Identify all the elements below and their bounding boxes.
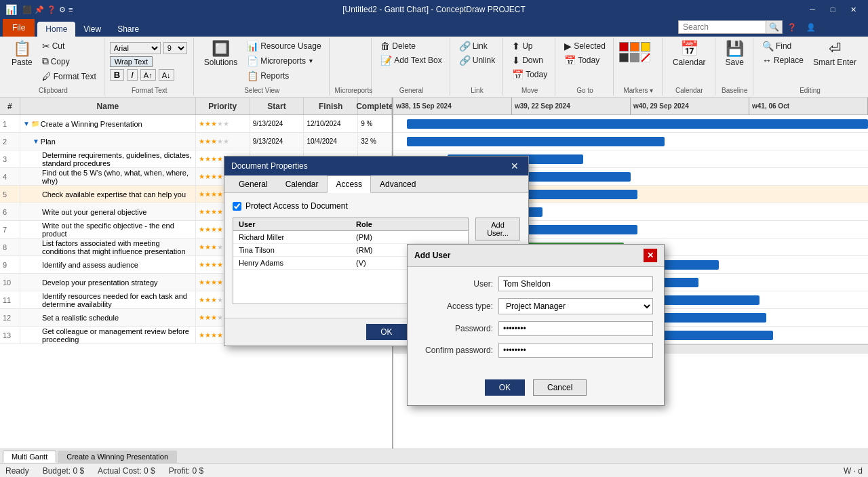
file-tab[interactable]: File — [3, 19, 35, 37]
add-user-cancel-btn[interactable]: Cancel — [533, 379, 587, 396]
doc-props-close-btn[interactable]: ✕ — [508, 161, 521, 171]
move-label: Move — [509, 85, 551, 94]
multi-gantt-tab[interactable]: Multi Gantt — [3, 451, 56, 463]
copy-btn[interactable]: ⧉ Copy — [39, 54, 100, 68]
bold-btn[interactable]: B — [110, 69, 124, 81]
ribbon-tabs: File Home View Share 🔍 ❓ 👤 — [0, 19, 868, 37]
goto-group: ▶ Selected 📅 Today Go to — [557, 38, 614, 96]
goto-label: Go to — [561, 85, 609, 94]
confirm-password-input[interactable] — [498, 343, 653, 358]
add-user-dialog: Add User ✕ User: Access type: Project Ma… — [407, 244, 665, 406]
delete-btn[interactable]: 🗑 Delete — [377, 39, 446, 53]
calendar-icon: 📅 — [680, 41, 698, 56]
solutions-btn[interactable]: 🔲 Solutions — [199, 39, 242, 69]
smart-enter-btn[interactable]: ⏎ Smart Enter — [808, 39, 861, 69]
paste-btn[interactable]: 📋 Paste — [7, 39, 37, 69]
advanced-tab[interactable]: Advanced — [371, 175, 425, 193]
goto-today-btn[interactable]: 📅 Today — [561, 54, 609, 67]
menu-icon[interactable]: ≡ — [68, 5, 73, 14]
marker-colors-row1 — [619, 42, 650, 51]
save-btn[interactable]: 💾 Save — [721, 39, 749, 69]
replace-btn[interactable]: ↔ Replace — [759, 54, 807, 67]
add-user-btn[interactable]: Add User... — [475, 217, 520, 241]
cell-name-5: Check available expertise that can help … — [20, 186, 196, 203]
view-tab[interactable]: View — [75, 22, 109, 37]
marker-red[interactable] — [619, 42, 629, 51]
marker-orange[interactable] — [630, 42, 639, 51]
sys-menu-icon[interactable]: ⬛ — [22, 5, 32, 14]
increase-font-btn[interactable]: A↑ — [140, 69, 156, 81]
pin-icon[interactable]: 📌 — [35, 5, 44, 14]
resource-usage-btn[interactable]: 📊 Resource Usage — [243, 39, 324, 53]
close-btn[interactable]: ✕ — [844, 3, 863, 16]
cut-btn[interactable]: ✂ Cut — [39, 39, 100, 53]
marker-yellow[interactable] — [641, 42, 650, 51]
today-btn[interactable]: 📅 Today — [509, 68, 551, 81]
decrease-font-btn[interactable]: A↓ — [159, 69, 174, 81]
search-input[interactable] — [678, 20, 766, 34]
role-cell-0: (PM) — [351, 231, 468, 243]
window-title: [Untitled2 - Gantt Chart] - ConceptDraw … — [342, 5, 525, 14]
cell-complete-1: 9 % — [358, 115, 392, 132]
doc-props-tabs: General Calendar Access Advanced — [224, 175, 528, 193]
user-row-0[interactable]: Richard Miller (PM) — [233, 231, 468, 244]
move-down-btn[interactable]: ⬇ Down — [509, 54, 551, 67]
format-text-btn[interactable]: 🖊 Format Text — [39, 70, 100, 83]
col-priority-header: Priority — [196, 98, 250, 115]
marker-clear[interactable] — [641, 53, 650, 62]
add-user-close-btn[interactable]: ✕ — [644, 249, 657, 262]
calendar-btn[interactable]: 📅 Calendar — [668, 39, 711, 69]
format-btns-row: B I A↑ A↓ — [110, 69, 174, 81]
password-input[interactable] — [498, 321, 653, 336]
move-btns: ⬆ Up ⬇ Down 📅 Today — [509, 39, 551, 85]
status-profit: Profit: 0 $ — [169, 466, 203, 476]
doc-props-ok-btn[interactable]: OK — [366, 324, 406, 340]
presentation-tab[interactable]: Create a Winning Presentation — [58, 451, 177, 463]
help-ribbon-btn[interactable]: ❓ — [783, 20, 802, 34]
microreports-btn[interactable]: 📄 Microreports ▼ — [243, 54, 324, 68]
settings-icon[interactable]: ⚙ — [59, 5, 66, 14]
minimize-btn[interactable]: ─ — [803, 3, 822, 16]
cell-finish-1: 12/10/2024 — [304, 115, 358, 132]
reports-btn[interactable]: 📋 Reports — [243, 69, 324, 83]
access-tab[interactable]: Access — [327, 175, 371, 193]
gantt-row-2[interactable]: 2 ▼Plan ★★★★★ 9/13/2024 10/4/2024 32 % — [0, 133, 392, 150]
add-text-box-btn[interactable]: 📝 Add Text Box — [377, 54, 446, 67]
move-small-btns: ⬆ Up ⬇ Down 📅 Today — [509, 39, 551, 81]
link-btn[interactable]: 🔗 Link — [456, 39, 498, 53]
marker-dark[interactable] — [619, 53, 629, 62]
marker-gray[interactable] — [630, 53, 639, 62]
wrap-text-btn[interactable]: Wrap Text — [110, 56, 153, 67]
font-size-select[interactable]: 9 — [163, 42, 187, 54]
gantt-row-1[interactable]: 1 ▼📁Create a Winning Presentation ★★★★★ … — [0, 115, 392, 133]
italic-btn[interactable]: I — [127, 69, 138, 81]
cell-name-6: Write out your general objective — [20, 203, 196, 220]
solutions-icon: 🔲 — [212, 41, 230, 56]
find-btn[interactable]: 🔍 Find — [759, 39, 807, 53]
move-up-btn[interactable]: ⬆ Up — [509, 39, 551, 53]
user-field-input[interactable] — [498, 276, 653, 291]
add-user-ok-btn[interactable]: OK — [485, 379, 525, 396]
access-type-select[interactable]: Project Manager Resource Manager Viewer — [498, 298, 653, 314]
clipboard-label: Clipboard — [7, 85, 100, 94]
calendar-tab[interactable]: Calendar — [277, 175, 328, 193]
font-family-select[interactable]: Arial — [110, 42, 161, 54]
week-40-header: w40, 29 Sep 2024 — [631, 98, 749, 115]
unlink-btn[interactable]: 🔗 Unlink — [456, 54, 498, 67]
general-tab[interactable]: General — [230, 175, 277, 193]
help-icon[interactable]: ❓ — [47, 5, 56, 14]
baseline-btns: 💾 Save — [721, 39, 749, 85]
font-label: Format Text — [110, 85, 189, 94]
microreports-dropdown-icon: ▼ — [308, 58, 314, 64]
account-btn[interactable]: 👤 — [802, 20, 821, 34]
status-bar: Ready Budget: 0 $ Actual Cost: 0 $ Profi… — [0, 463, 868, 477]
selected-btn[interactable]: ▶ Selected — [561, 39, 609, 53]
search-icon-btn[interactable]: 🔍 — [766, 20, 783, 34]
up-icon: ⬆ — [512, 41, 520, 51]
share-tab[interactable]: Share — [109, 22, 147, 37]
home-tab[interactable]: Home — [37, 22, 75, 37]
cell-num-7: 7 — [0, 221, 20, 238]
maximize-btn[interactable]: □ — [823, 3, 842, 16]
cell-num-9: 9 — [0, 256, 20, 273]
protect-checkbox[interactable] — [233, 202, 241, 211]
